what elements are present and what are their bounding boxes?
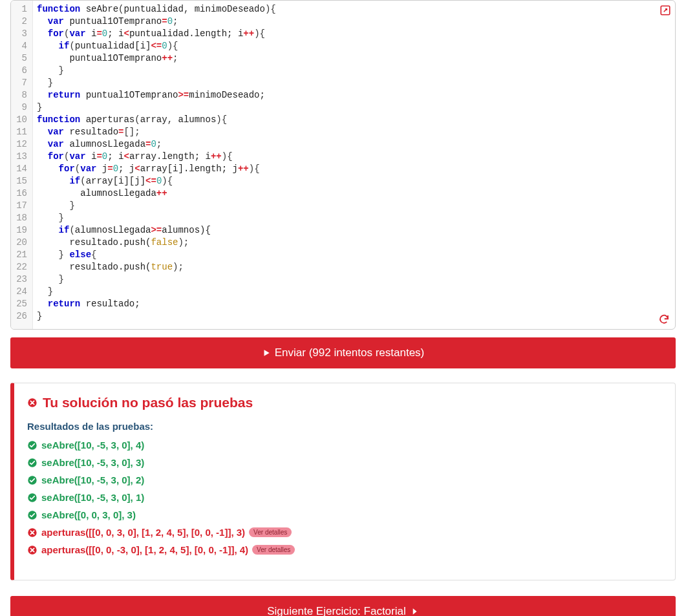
line-number: 26: [14, 310, 28, 323]
code-line[interactable]: var puntual1OTemprano=0;: [37, 16, 670, 28]
view-details-badge[interactable]: Ver detalles: [252, 545, 295, 555]
code-line[interactable]: var resultado=[];: [37, 126, 670, 138]
fail-icon: [27, 398, 38, 408]
code-line[interactable]: resultado.push(false);: [37, 237, 670, 249]
line-number: 7: [14, 77, 28, 89]
test-result: aperturas([[0, 0, -3, 0], [1, 2, 4, 5], …: [27, 544, 662, 555]
line-number: 12: [14, 138, 28, 151]
code-line[interactable]: }: [37, 101, 670, 114]
results-subheader: Resultados de las pruebas:: [27, 421, 662, 432]
test-text: seAbre([10, -5, 3, 0], 1): [41, 492, 144, 503]
code-line[interactable]: return puntual1OTemprano>=minimoDeseado;: [37, 89, 670, 101]
test-result: aperturas([[0, 0, 3, 0], [1, 2, 4, 5], […: [27, 527, 662, 538]
test-text: seAbre([10, -5, 3, 0], 4): [41, 440, 144, 451]
line-number: 21: [14, 249, 28, 261]
line-number: 25: [14, 298, 28, 310]
check-circle-icon: [27, 458, 38, 468]
check-circle-icon: [27, 493, 38, 503]
line-number: 23: [14, 273, 28, 286]
line-number: 14: [14, 163, 28, 175]
test-text: aperturas([[0, 0, -3, 0], [1, 2, 4, 5], …: [41, 544, 248, 555]
code-line[interactable]: }: [37, 65, 670, 77]
test-result: seAbre([10, -5, 3, 0], 1): [27, 492, 662, 503]
line-gutter: 1234567891011121314151617181920212223242…: [11, 1, 33, 329]
x-circle-icon: [27, 527, 38, 538]
fullscreen-icon[interactable]: [659, 5, 671, 16]
line-number: 15: [14, 175, 28, 187]
code-line[interactable]: for(var i=0; i<array.length; i++){: [37, 151, 670, 163]
results-header: Tu solución no pasó las pruebas: [43, 395, 253, 410]
code-line[interactable]: var alumnosLlegada=0;: [37, 138, 670, 151]
code-content[interactable]: function seAbre(puntualidad, minimoDesea…: [33, 1, 675, 329]
line-number: 13: [14, 151, 28, 163]
line-number: 10: [14, 114, 28, 126]
x-circle-icon: [27, 545, 38, 555]
test-list: seAbre([10, -5, 3, 0], 4)seAbre([10, -5,…: [27, 440, 662, 555]
code-line[interactable]: resultado.push(true);: [37, 261, 670, 273]
next-label: Siguiente Ejercicio: Factorial: [267, 605, 405, 616]
line-number: 17: [14, 200, 28, 212]
line-number: 1: [14, 3, 28, 16]
code-line[interactable]: if(puntualidad[i]<=0){: [37, 40, 670, 52]
line-number: 24: [14, 286, 28, 298]
code-line[interactable]: }: [37, 310, 670, 323]
test-text: seAbre([10, -5, 3, 0], 3): [41, 457, 144, 468]
results-panel: Tu solución no pasó las pruebas Resultad…: [10, 383, 676, 580]
test-result: seAbre([10, -5, 3, 0], 4): [27, 440, 662, 451]
play-icon: [262, 348, 271, 357]
test-text: seAbre([0, 0, 3, 0], 3): [41, 509, 136, 520]
code-line[interactable]: puntual1OTemprano++;: [37, 52, 670, 65]
test-result: seAbre([0, 0, 3, 0], 3): [27, 509, 662, 520]
test-text: aperturas([[0, 0, 3, 0], [1, 2, 4, 5], […: [41, 527, 245, 538]
submit-label: Enviar (992 intentos restantes): [275, 346, 425, 359]
line-number: 11: [14, 126, 28, 138]
test-result: seAbre([10, -5, 3, 0], 2): [27, 474, 662, 485]
view-details-badge[interactable]: Ver detalles: [249, 527, 292, 537]
line-number: 16: [14, 187, 28, 200]
test-result: seAbre([10, -5, 3, 0], 3): [27, 457, 662, 468]
code-line[interactable]: }: [37, 212, 670, 224]
code-line[interactable]: }: [37, 286, 670, 298]
next-exercise-button[interactable]: Siguiente Ejercicio: Factorial: [10, 596, 676, 616]
line-number: 5: [14, 52, 28, 65]
code-line[interactable]: alumnosLlegada++: [37, 187, 670, 200]
line-number: 2: [14, 16, 28, 28]
reset-icon[interactable]: [658, 313, 670, 325]
code-line[interactable]: function aperturas(array, alumnos){: [37, 114, 670, 126]
check-circle-icon: [27, 475, 38, 485]
code-line[interactable]: }: [37, 273, 670, 286]
code-line[interactable]: }: [37, 200, 670, 212]
line-number: 4: [14, 40, 28, 52]
code-line[interactable]: if(alumnosLlegada>=alumnos){: [37, 224, 670, 237]
line-number: 8: [14, 89, 28, 101]
check-circle-icon: [27, 440, 38, 451]
code-line[interactable]: if(array[i][j]<=0){: [37, 175, 670, 187]
line-number: 9: [14, 101, 28, 114]
line-number: 3: [14, 28, 28, 40]
line-number: 19: [14, 224, 28, 237]
chevron-right-icon: [410, 607, 419, 616]
line-number: 20: [14, 237, 28, 249]
code-line[interactable]: for(var j=0; j<array[i].length; j++){: [37, 163, 670, 175]
code-line[interactable]: }: [37, 77, 670, 89]
code-line[interactable]: for(var i=0; i<puntualidad.length; i++){: [37, 28, 670, 40]
line-number: 22: [14, 261, 28, 273]
line-number: 6: [14, 65, 28, 77]
submit-button[interactable]: Enviar (992 intentos restantes): [10, 337, 676, 368]
check-circle-icon: [27, 510, 38, 520]
code-line[interactable]: function seAbre(puntualidad, minimoDesea…: [37, 3, 670, 16]
test-text: seAbre([10, -5, 3, 0], 2): [41, 474, 144, 485]
line-number: 18: [14, 212, 28, 224]
code-line[interactable]: return resultado;: [37, 298, 670, 310]
code-line[interactable]: } else{: [37, 249, 670, 261]
code-editor[interactable]: 1234567891011121314151617181920212223242…: [10, 0, 676, 330]
